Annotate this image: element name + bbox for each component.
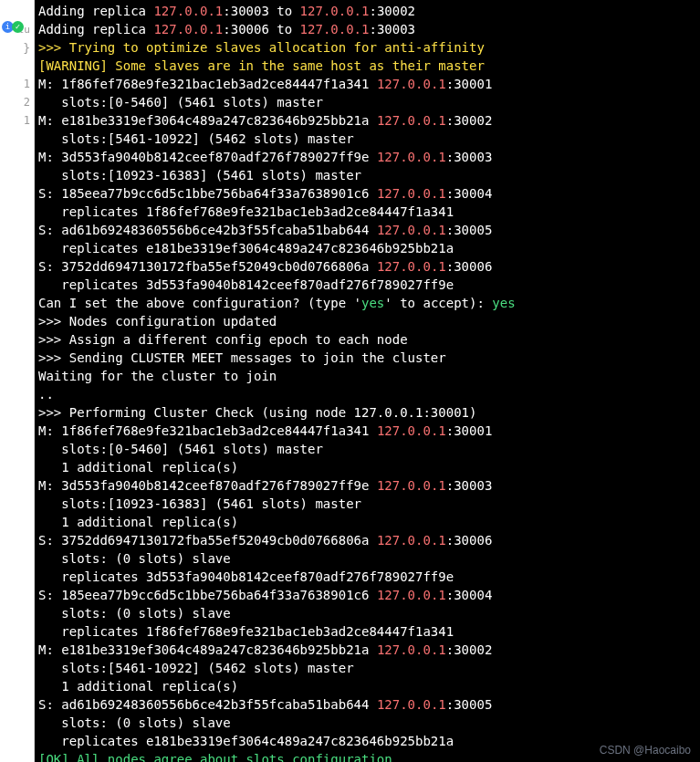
output-line: slots:[5461-10922] (5462 slots) master	[38, 131, 354, 146]
output-line: replicates 3d553fa9040b8142ceef870adf276…	[38, 569, 454, 584]
line-number: 1	[24, 75, 30, 93]
output-line: replicates e181be3319ef3064c489a247c8236…	[38, 734, 454, 748]
output-line: S: ad61b69248360556b6ce42b3f55fcaba51bab…	[38, 223, 492, 237]
output-line: replicates 3d553fa9040b8142ceef870adf276…	[38, 277, 454, 292]
output-line: Adding replica 127.0.0.1:30006 to 127.0.…	[38, 22, 415, 37]
output-line: slots:[0-5460] (5461 slots) master	[38, 442, 323, 456]
output-line: >>> Performing Cluster Check (using node…	[38, 405, 476, 420]
output-line: S: 185eea77b9cc6d5c1bbe756ba64f33a763890…	[38, 588, 492, 602]
output-line: M: e181be3319ef3064c489a247c823646b925bb…	[38, 642, 492, 657]
output-line: M: 1f86fef768e9fe321bac1eb3ad2ce84447f1a…	[38, 423, 492, 438]
warning-line: [WARNING] Some slaves are in the same ho…	[38, 58, 485, 73]
output-line: M: e181be3319ef3064c489a247c823646b925bb…	[38, 113, 492, 128]
output-line: slots:[0-5460] (5461 slots) master	[38, 95, 323, 110]
line-number: 1	[24, 111, 30, 130]
output-line: replicates 1f86fef768e9fe321bac1eb3ad2ce…	[38, 624, 454, 639]
output-line: slots:[10923-16383] (5461 slots) master	[38, 168, 361, 183]
gutter-bracket: }	[23, 41, 30, 55]
output-line: slots: (0 slots) slave	[38, 551, 231, 566]
output-line: M: 1f86fef768e9fe321bac1eb3ad2ce84447f1a…	[38, 77, 492, 91]
output-line: 1 additional replica(s)	[38, 679, 238, 694]
output-line: 1 additional replica(s)	[38, 515, 238, 529]
status-badges: i ✓	[2, 20, 26, 33]
output-line: S: 3752dd6947130172fba55ef52049cb0d07668…	[38, 259, 492, 274]
output-line: slots: (0 slots) slave	[38, 606, 231, 621]
output-line: ..	[38, 387, 54, 402]
check-badge-icon: ✓	[12, 21, 24, 33]
output-line: Waiting for the cluster to join	[38, 369, 277, 383]
output-line: Adding replica 127.0.0.1:30003 to 127.0.…	[38, 4, 415, 18]
output-line: >>> Trying to optimize slaves allocation…	[38, 40, 485, 55]
output-line: slots: (0 slots) slave	[38, 715, 231, 730]
output-line: M: 3d553fa9040b8142ceef870adf276f789027f…	[38, 478, 492, 493]
line-number: 2	[24, 93, 30, 111]
editor-gutter: i ✓ lu } 1 2 1	[0, 0, 35, 762]
output-line: M: 3d553fa9040b8142ceef870adf276f789027f…	[38, 150, 492, 164]
output-line: S: 185eea77b9cc6d5c1bbe756ba64f33a763890…	[38, 186, 492, 201]
output-line: replicates 1f86fef768e9fe321bac1eb3ad2ce…	[38, 204, 454, 219]
output-line: >>> Sending CLUSTER MEET messages to joi…	[38, 350, 446, 365]
ok-line: [OK] All nodes agree about slots configu…	[38, 752, 400, 762]
output-line: 1 additional replica(s)	[38, 460, 238, 475]
output-line: S: 3752dd6947130172fba55ef52049cb0d07668…	[38, 533, 492, 548]
watermark: CSDN @Haocaibo	[600, 744, 691, 757]
prompt-line: Can I set the above configuration? (type…	[38, 296, 516, 310]
output-line: replicates e181be3319ef3064c489a247c8236…	[38, 241, 454, 256]
output-line: slots:[5461-10922] (5462 slots) master	[38, 661, 354, 675]
terminal-output[interactable]: Adding replica 127.0.0.1:30003 to 127.0.…	[35, 0, 700, 762]
output-line: slots:[10923-16383] (5461 slots) master	[38, 496, 361, 511]
output-line: >>> Assign a different config epoch to e…	[38, 332, 408, 347]
output-line: S: ad61b69248360556b6ce42b3f55fcaba51bab…	[38, 697, 492, 712]
output-line: >>> Nodes configuration updated	[38, 314, 277, 329]
